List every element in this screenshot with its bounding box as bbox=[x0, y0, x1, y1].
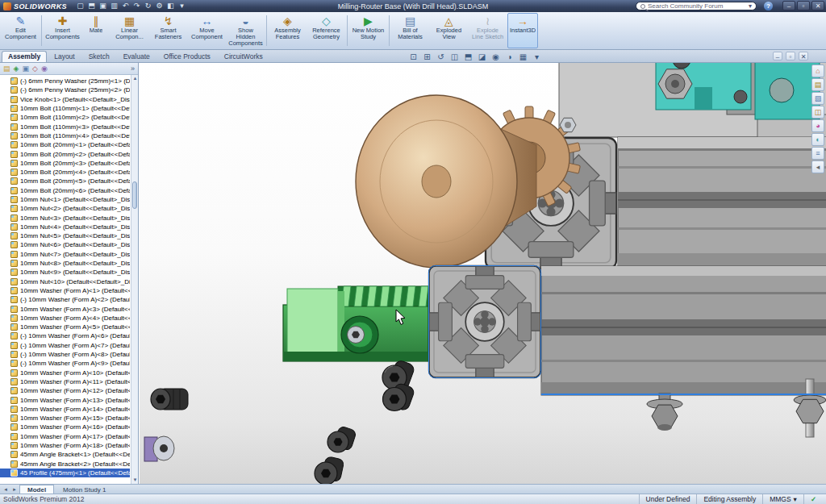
edit-appearance-icon[interactable]: ◑ bbox=[504, 52, 515, 61]
tree-item[interactable]: 10mm Washer (Form A)<15> (Default<<D bbox=[0, 414, 130, 423]
tab-sketch[interactable]: Sketch bbox=[82, 51, 116, 62]
tab-evaluate[interactable]: Evaluate bbox=[117, 51, 156, 62]
scene-illumination-icon[interactable]: ◐ bbox=[811, 133, 824, 146]
tree-item[interactable]: 10mm Washer (Form A)<1> (Default<<De bbox=[0, 286, 130, 295]
bill-of-materials-button[interactable]: ▤Bill of Materials bbox=[391, 13, 429, 48]
view-palette-icon[interactable]: ◫ bbox=[811, 106, 824, 119]
close-button[interactable]: ✕ bbox=[811, 1, 824, 10]
tree-item[interactable]: 45mm Angle Bracket<1> (Default<<Default> bbox=[0, 450, 130, 459]
zoom-fit-icon[interactable]: ⊡ bbox=[408, 52, 419, 61]
minimize-button[interactable]: – bbox=[782, 1, 795, 10]
help-button[interactable]: ? bbox=[764, 2, 773, 10]
design-library-icon[interactable]: ▤ bbox=[811, 78, 824, 91]
mate-button[interactable]: ∥Mate bbox=[82, 13, 110, 48]
part-bearing[interactable] bbox=[144, 436, 174, 461]
tree-item[interactable]: (-) 6mm Penny Washer (25mm)<1> (Default< bbox=[0, 77, 130, 85]
new-document-icon[interactable]: ▢ bbox=[75, 1, 86, 11]
displaymanager-tab-icon[interactable]: ◉ bbox=[41, 63, 48, 74]
undo-icon[interactable]: ↶ bbox=[120, 1, 131, 11]
search-input[interactable]: Search Community Forum ▾ bbox=[636, 2, 757, 10]
part-gear-bolt[interactable] bbox=[560, 118, 576, 131]
part-45-profile-bar[interactable] bbox=[541, 266, 826, 395]
tab-layout[interactable]: Layout bbox=[48, 51, 81, 62]
print-icon[interactable]: ▥ bbox=[109, 1, 119, 11]
tree-item[interactable]: 10mm Nut<6> (Default<<Default>_Display S bbox=[0, 240, 130, 249]
display-style-icon[interactable]: ◪ bbox=[477, 52, 487, 61]
section-view-icon[interactable]: ◫ bbox=[449, 52, 460, 61]
view-orientation-icon[interactable]: ⬒ bbox=[463, 52, 473, 61]
appearances-icon[interactable]: ◕ bbox=[811, 119, 824, 132]
tree-item[interactable]: 45mm Angle Bracket<2> (Default<<Default> bbox=[0, 459, 130, 468]
doc-restore-icon[interactable]: ▫ bbox=[786, 52, 795, 60]
part-upper-profile-bar[interactable] bbox=[618, 137, 826, 266]
featuremanager-tab-icon[interactable]: ▤ bbox=[3, 63, 10, 74]
view-settings-icon[interactable]: ▾ bbox=[532, 52, 542, 61]
tree-item[interactable]: 10mm Bolt (20mm)<1> (Default<<Default>_[ bbox=[0, 140, 130, 149]
tree-item[interactable]: 10mm Nut<10> (Default<<Default>_Displ bbox=[0, 277, 130, 286]
tree-item[interactable]: 10mm Bolt (20mm)<2> (Default<<Default>_[ bbox=[0, 149, 130, 158]
tree-item[interactable]: (-) 6mm Penny Washer (25mm)<2> (Default< bbox=[0, 85, 130, 94]
propertymanager-tab-icon[interactable]: ◈ bbox=[14, 63, 19, 74]
part-socket-screw-5[interactable] bbox=[315, 456, 344, 484]
tree-item[interactable]: (-) 10mm Washer (Form A)<8> (Default<<De bbox=[0, 350, 130, 359]
panel-overflow-icon[interactable]: » bbox=[131, 63, 135, 74]
exploded-view-button[interactable]: ◬Exploded View bbox=[430, 13, 468, 48]
tree-item[interactable]: 10mm Washer (Form A)<3> (Default<<De bbox=[0, 304, 130, 313]
apply-scene-icon[interactable]: ▦ bbox=[518, 52, 528, 61]
tab-scroll-left-icon[interactable]: ◂ bbox=[2, 486, 10, 493]
tree-item[interactable]: (-) 10mm Washer (Form A)<6> (Default<<De bbox=[0, 331, 130, 340]
tree-item[interactable]: 10mm Bolt (20mm)<6> (Default<<Default>_[ bbox=[0, 186, 130, 195]
tree-item[interactable]: 10mm Nut<4> (Default<<Default>_Displa bbox=[0, 223, 130, 231]
tab-assembly[interactable]: Assembly bbox=[2, 51, 47, 62]
configurationmanager-tab-icon[interactable]: ▣ bbox=[22, 63, 29, 74]
tree-item[interactable]: 10mm Bolt (20mm)<3> (Default<<Default>_[ bbox=[0, 159, 130, 168]
tree-scrollbar[interactable]: ▲ ▼ bbox=[131, 75, 138, 484]
tree-item[interactable]: (-) 10mm Washer (Form A)<7> (Default<<De bbox=[0, 341, 130, 350]
smart-fasteners-button[interactable]: ↯Smart Fasteners bbox=[149, 13, 187, 48]
part-socket-screw-1[interactable] bbox=[151, 389, 188, 410]
tree-item[interactable]: 10mm Washer (Form A)<16> (Default<<D bbox=[0, 423, 130, 431]
previous-view-icon[interactable]: ↺ bbox=[436, 52, 446, 61]
tree-scrollbar-thumb[interactable] bbox=[132, 181, 137, 209]
reference-geometry-button[interactable]: ◇Reference Geometry bbox=[307, 13, 345, 48]
tab-circuitworks[interactable]: CircuitWorks bbox=[218, 51, 269, 62]
tree-item[interactable]: 10mm Nut<5> (Default<<Default>_Displa bbox=[0, 231, 130, 240]
dimxpert-tab-icon[interactable]: ◇ bbox=[32, 63, 38, 74]
explode-line-sketch-button[interactable]: ≀Explode Line Sketch bbox=[469, 13, 507, 48]
edit-component-button[interactable]: ✎Edit Component bbox=[2, 13, 40, 48]
pane-pin-icon[interactable]: ◂ bbox=[811, 160, 824, 173]
part-bolt-nut-left[interactable] bbox=[647, 394, 682, 431]
tree-item[interactable]: 10mm Washer (Form A)<14> (Default<<D bbox=[0, 405, 130, 414]
open-icon[interactable]: ⬒ bbox=[86, 1, 97, 11]
tree-item[interactable]: 45 Profile (475mm)<1> (Default<<Default> bbox=[0, 469, 130, 477]
instant3d-button[interactable]: →Instant3D bbox=[507, 13, 538, 48]
hide-show-items-icon[interactable]: ◉ bbox=[490, 52, 501, 61]
custom-properties-icon[interactable]: ≡ bbox=[811, 147, 824, 160]
new-motion-study-button[interactable]: ▶New Motion Study bbox=[349, 13, 387, 48]
part-socket-screw-4[interactable] bbox=[327, 426, 357, 452]
tab-scroll-right-icon[interactable]: ▸ bbox=[10, 486, 19, 493]
tree-item[interactable]: 10mm Nut<9> (Default<<Default>_Displa bbox=[0, 268, 130, 277]
tree-item[interactable]: 10mm Nut<2> (Default<<Default>_Displa bbox=[0, 204, 130, 213]
tree-item[interactable]: 10mm Washer (Form A)<12> (Default<<D bbox=[0, 386, 130, 395]
units-selector[interactable]: MMGS ▾ bbox=[762, 494, 803, 504]
tree-item[interactable]: 10mm Washer (Form A)<10> (Default<<D bbox=[0, 369, 130, 377]
insert-components-button[interactable]: ✚Insert Components bbox=[44, 13, 81, 48]
viewport-canvas[interactable] bbox=[140, 63, 826, 484]
tree-item[interactable]: 10mm Nut<1> (Default<<Default>_Display S bbox=[0, 195, 130, 204]
maximize-button[interactable]: ▫ bbox=[797, 1, 810, 10]
edit-color-icon[interactable]: ◧ bbox=[165, 1, 176, 11]
doc-minimize-icon[interactable]: – bbox=[773, 52, 782, 60]
search-dropdown-icon[interactable]: ▾ bbox=[749, 2, 752, 10]
graphics-area[interactable]: ⌂▤▧◫◕◐≡◂ bbox=[140, 63, 826, 484]
rebuild-icon[interactable]: ↻ bbox=[143, 1, 153, 11]
tree-item[interactable]: 10mm Bolt (20mm)<5> (Default<<Default>_[ bbox=[0, 177, 130, 185]
tree-item[interactable]: (-) 10mm Washer (Form A)<9> (Default<<De bbox=[0, 359, 130, 368]
part-45-profile-face[interactable] bbox=[429, 266, 541, 378]
tree-item[interactable]: 10mm Bolt (110mm)<1> (Default<<Defaul bbox=[0, 104, 130, 113]
toolbar-dropdown-icon[interactable]: ▾ bbox=[177, 1, 187, 11]
tree-item[interactable]: 10mm Washer (Form A)<13> (Default<<D bbox=[0, 395, 130, 404]
model-tab-model[interactable]: Model bbox=[19, 485, 54, 494]
redo-icon[interactable]: ↷ bbox=[131, 1, 142, 11]
save-icon[interactable]: ▣ bbox=[98, 1, 108, 11]
